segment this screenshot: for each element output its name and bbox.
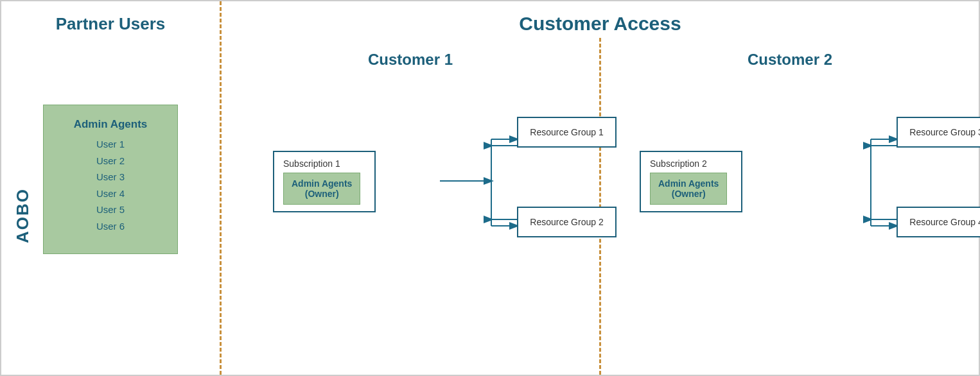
admin-owner-1: Admin Agents(Owner) [283,173,360,205]
admin-agents-title: Admin Agents [63,118,158,131]
customer-access-section: Customer Access Customer 1 [222,1,979,375]
customer-access-title: Customer Access [222,1,979,35]
customer1-section: Customer 1 [222,38,599,375]
rg2-label: Resource Group 2 [530,217,603,227]
customer2-section: Customer 2 [601,38,979,375]
admin-owner-2: Admin Agents(Owner) [650,173,727,205]
rg4-label: Resource Group 4 [909,217,980,227]
aobo-label: AOBO [13,188,33,243]
user-4: User 4 [63,185,158,202]
partner-users-section: Partner Users AOBO Admin Agents User 1 U… [1,1,220,375]
rg1-label: Resource Group 1 [530,127,603,137]
diagram-container: Partner Users AOBO Admin Agents User 1 U… [0,0,980,376]
user-1: User 1 [63,136,158,153]
admin-agents-box: Admin Agents User 1 User 2 User 3 User 4… [43,105,178,254]
subscription2-label: Subscription 2 [650,158,732,169]
customer1-diagram: Subscription 1 Admin Agents(Owner) Resou… [222,81,599,375]
partner-users-title: Partner Users [56,14,166,34]
customer2-diagram: Subscription 2 Admin Agents(Owner) Resou… [601,81,979,375]
resource-group-3: Resource Group 3 [897,117,980,148]
customer2-title: Customer 2 [748,51,832,69]
user-5: User 5 [63,201,158,218]
user-2: User 2 [63,153,158,169]
subscription2-box: Subscription 2 Admin Agents(Owner) [640,151,742,212]
rg3-label: Resource Group 3 [909,127,980,137]
subscription1-box: Subscription 1 Admin Agents(Owner) [273,151,376,212]
user-6: User 6 [63,218,158,235]
subscription1-label: Subscription 1 [283,158,365,169]
customers-row: Customer 1 [222,38,979,375]
resource-group-4: Resource Group 4 [897,207,980,237]
user-3: User 3 [63,169,158,185]
customer1-title: Customer 1 [368,51,453,69]
